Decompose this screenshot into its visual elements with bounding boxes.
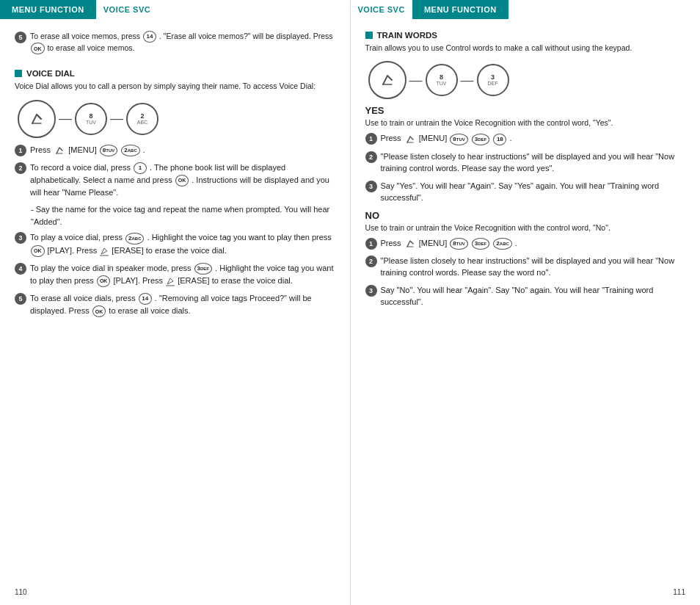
vd-step-4: 4 To play the voice dial in speaker mode… xyxy=(15,262,335,287)
vd-step-5: 5 To erase all voice dials, press 14 . "… xyxy=(15,292,335,317)
no-step-1-circle: 1 xyxy=(365,238,377,250)
yes-step-3-circle: 3 xyxy=(365,181,377,192)
left-header: MENU FUNCTION VOICE SVC xyxy=(0,0,350,19)
key-2abc-s1: 2ABC xyxy=(121,145,139,156)
yes-step-1: 1 Press [MENU] 8TUV 3DEF 18 . xyxy=(365,132,686,145)
key-ok-s3: OK xyxy=(31,245,45,257)
key-ok-erase: OK xyxy=(31,43,45,54)
step-5-text: To erase all voice dials, press 14 . "Re… xyxy=(30,292,335,317)
kd-8tuv-circle: 8 TUV xyxy=(75,103,107,135)
erase-note-item: 5 To erase all voice memos, press 14 . "… xyxy=(15,31,335,60)
right-voice-svc-label: VOICE SVC xyxy=(351,0,412,19)
step-5-circle: 5 xyxy=(15,32,26,43)
erase-note-text: To erase all voice memos, press 14 . "Er… xyxy=(30,31,335,54)
left-page: MENU FUNCTION VOICE SVC 5 To erase all v… xyxy=(0,0,351,605)
kd-tw-arrow-1: — xyxy=(409,73,423,88)
step-4-circle: 4 xyxy=(15,263,26,275)
no-step-3-circle: 3 xyxy=(365,285,377,297)
yes-step-3-text: Say "Yes". You will hear "Again". Say "Y… xyxy=(381,180,686,204)
no-step-2-circle: 2 xyxy=(365,256,377,267)
step-3-text: To play a voice dial, press 2ABC . Highl… xyxy=(30,231,335,256)
train-words-heading: TRAIN WORDS xyxy=(365,31,686,40)
tw-menu-arrow-icon xyxy=(377,70,398,90)
menu-icon-no1 xyxy=(404,238,416,250)
left-page-number: 110 xyxy=(15,588,27,596)
kd-tw-8tuv-circle: 8 TUV xyxy=(426,64,458,96)
kd-tw-arrow-2: — xyxy=(461,73,474,88)
no-step-2-text: "Please listen closely to hear instructi… xyxy=(381,255,686,279)
kd-arrow-1: — xyxy=(59,111,72,126)
yes-step-2-text: "Please listen closely to hear instructi… xyxy=(381,151,686,175)
erase-icon-s4 xyxy=(165,276,175,286)
key-2abc-s3: 2ABC xyxy=(125,233,144,244)
left-voice-svc-label: VOICE SVC xyxy=(96,0,158,19)
step-1-text: Press [MENU] 8TUV 2ABC . xyxy=(30,144,335,156)
step-5b-circle: 5 xyxy=(15,293,26,305)
page-container: MENU FUNCTION VOICE SVC 5 To erase all v… xyxy=(0,0,700,605)
key-ok-s5: OK xyxy=(92,305,106,317)
step-3-circle: 3 xyxy=(15,232,26,244)
step-4-text: To play the voice dial in speaker mode, … xyxy=(30,262,335,287)
key-ok-s2: OK xyxy=(175,175,189,186)
right-page-number: 111 xyxy=(673,588,685,596)
kd-tw-3def-circle: 3 DEF xyxy=(477,64,509,96)
no-step-3-text: Say "No". You will hear "Again". Say "No… xyxy=(381,284,686,308)
train-words-desc: Train allows you to use Control words to… xyxy=(365,43,686,54)
yes-desc: Use to train or untrain the Voice Recogn… xyxy=(365,117,686,128)
key-8tuv-no1: 8TUV xyxy=(450,238,467,250)
key-18-yes1: 18 xyxy=(493,134,506,145)
right-menu-function-label: MENU FUNCTION xyxy=(412,0,508,19)
kd-menu-circle xyxy=(18,100,56,138)
yes-title: YES xyxy=(365,105,686,116)
yes-step-2-circle: 2 xyxy=(365,151,377,163)
kd-2abc-circle: 2 ABC xyxy=(126,103,158,135)
key-8tuv-yes1: 8TUV xyxy=(450,134,467,145)
voice-dial-keypad-diagram: — 8 TUV — 2 ABC xyxy=(18,100,335,138)
no-step-2: 2 "Please listen closely to hear instruc… xyxy=(365,255,686,279)
erase-icon-s3 xyxy=(99,246,109,256)
no-step-3: 3 Say "No". You will hear "Again". Say "… xyxy=(365,284,686,308)
key-3def-no1: 3DEF xyxy=(472,238,489,250)
key-ok-s4: OK xyxy=(97,275,111,287)
vd-step-2: 2 To record a voice dial, press 1 . The … xyxy=(15,162,335,199)
key-1-s2: 1 xyxy=(134,162,147,174)
no-title: NO xyxy=(365,210,686,221)
right-header: VOICE SVC MENU FUNCTION xyxy=(351,0,701,19)
left-menu-function-label: MENU FUNCTION xyxy=(0,0,96,19)
kd-tw-menu-circle xyxy=(368,61,406,99)
voice-dial-desc: Voice Dial allows you to call a person b… xyxy=(15,81,335,92)
key-3def-s4: 3DEF xyxy=(194,263,212,275)
train-words-keypad-diagram: — 8 TUV — 3 DEF xyxy=(368,61,686,99)
vd-step-2-sub: - Say the name for the voice tag and rep… xyxy=(31,203,335,228)
no-step-1-text: Press [MENU] 8TUV 3DEF 2ABC . xyxy=(381,237,686,250)
vd-step-1: 1 Press [MENU] 8TUV 2ABC . xyxy=(15,144,335,156)
vd-step-3: 3 To play a voice dial, press 2ABC . Hig… xyxy=(15,231,335,256)
voice-dial-heading: VOICE DIAL xyxy=(15,69,335,78)
no-step-1: 1 Press [MENU] 8TUV 3DEF 2ABC . xyxy=(365,237,686,250)
yes-step-1-circle: 1 xyxy=(365,133,377,145)
key-2abc-no1: 2ABC xyxy=(493,238,511,250)
key-3def-yes1: 3DEF xyxy=(472,134,489,145)
menu-arrow-icon xyxy=(26,109,47,129)
train-words-heading-text: TRAIN WORDS xyxy=(377,31,437,40)
yes-step-1-text: Press [MENU] 8TUV 3DEF 18 . xyxy=(381,132,686,145)
yes-step-2: 2 "Please listen closely to hear instruc… xyxy=(365,151,686,175)
menu-icon-step1 xyxy=(54,145,65,156)
kd-arrow-2: — xyxy=(110,111,123,126)
menu-icon-yes1 xyxy=(404,134,416,145)
voice-dial-heading-text: VOICE DIAL xyxy=(26,69,75,78)
right-page: VOICE SVC MENU FUNCTION TRAIN WORDS Trai… xyxy=(351,0,701,605)
step-2-text: To record a voice dial, press 1 . The ph… xyxy=(30,162,335,199)
no-desc: Use to train or untrain the Voice Recogn… xyxy=(365,222,686,233)
key-14-s5: 14 xyxy=(139,293,152,305)
step-2-circle: 2 xyxy=(15,162,26,174)
key-8tuv-s1: 8TUV xyxy=(100,145,117,156)
key-14: 14 xyxy=(143,31,156,43)
step-1-circle: 1 xyxy=(15,145,26,156)
yes-step-3: 3 Say "Yes". You will hear "Again". Say … xyxy=(365,180,686,204)
